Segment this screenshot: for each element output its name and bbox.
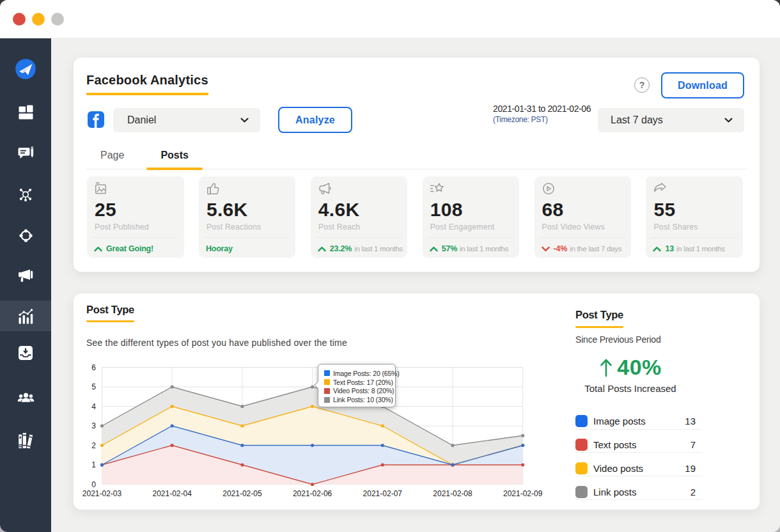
legend-row-text-posts: Text posts 7	[575, 438, 701, 453]
post-type-summary: Post Type Since Previous Period 40% Tota…	[575, 293, 701, 510]
maximize-button[interactable]	[51, 13, 64, 26]
video-posts-swatch	[575, 462, 588, 474]
stat-card-post-published: 25 Post Published Great Going!	[87, 176, 184, 258]
stat-card-post-engagement: 108 Post Engagement 57% in last 1 months	[423, 176, 520, 258]
summary-legend: Image posts 13 Text posts 7 Video posts …	[575, 414, 701, 508]
stat-trend: 13 in last 1 months	[653, 244, 742, 254]
help-question-mark: ?	[639, 80, 645, 90]
close-button[interactable]	[13, 13, 26, 26]
stat-card-post-reactions: 5.6K Post Reactions Hooray	[199, 176, 296, 258]
sidebar-item-campaigns[interactable]	[0, 260, 51, 290]
trend-suffix: in last 1 months	[354, 245, 403, 253]
svg-text:2021-02-08: 2021-02-08	[433, 489, 472, 498]
svg-text:4: 4	[91, 402, 96, 411]
link-posts-swatch	[324, 397, 330, 403]
tooltip-row: Text Posts: 17 (20%)	[324, 378, 395, 387]
sidebar-item-dashboard[interactable]	[0, 97, 51, 127]
stat-value: 55	[653, 200, 675, 219]
app-window: Facebook Analytics ? Download Daniel Ana…	[0, 0, 780, 532]
legend-value: 2	[690, 487, 701, 497]
window-titlebar	[0, 0, 780, 38]
sidebar-item-groups[interactable]	[0, 220, 51, 251]
stat-trend: Hooray	[206, 244, 295, 254]
trend-up-icon	[94, 246, 102, 252]
stat-trend: 57% in last 1 months	[430, 244, 519, 254]
legend-row-image-posts: Image posts 13	[575, 414, 701, 430]
svg-text:2: 2	[91, 441, 96, 450]
trend-highlight: Great Going!	[106, 244, 153, 253]
image-post-icon	[95, 182, 107, 197]
main-content: Facebook Analytics ? Download Daniel Ana…	[51, 38, 780, 532]
stat-label: Post Video Views	[542, 223, 605, 231]
divider	[92, 237, 178, 238]
stat-trend: -4% in the last 7 days	[542, 244, 630, 254]
legend-label: Text posts	[593, 439, 690, 450]
page-title: Facebook Analytics	[86, 72, 208, 95]
divider	[651, 237, 737, 238]
link-posts-swatch	[575, 486, 588, 498]
divider	[316, 237, 402, 238]
chat-pencil-icon	[18, 146, 34, 161]
ring-nodes-icon	[18, 228, 34, 244]
tab-posts[interactable]: Posts	[146, 146, 203, 169]
stat-card-post-reach: 4.6K Post Reach 23.2% in last 1 months	[311, 176, 408, 258]
help-button[interactable]: ?	[634, 77, 650, 93]
svg-text:2021-02-04: 2021-02-04	[153, 489, 192, 498]
tooltip-text: Link Posts: 10 (30%)	[333, 396, 393, 403]
stat-value: 5.6K	[207, 200, 248, 219]
video-posts-swatch	[324, 388, 330, 394]
legend-value: 7	[690, 439, 701, 450]
stat-cards: 25 Post Published Great Going! 5.6K Post…	[87, 176, 743, 258]
svg-text:2021-02-06: 2021-02-06	[293, 489, 332, 498]
facebook-icon	[88, 111, 104, 128]
sidebar-item-posts[interactable]	[0, 138, 51, 169]
paper-plane-logo-icon	[15, 58, 36, 80]
sidebar-item-team[interactable]	[0, 383, 51, 414]
text-posts-swatch	[324, 379, 330, 385]
sidebar-logo[interactable]	[0, 54, 51, 84]
timezone-text: (Timezone: PST)	[493, 114, 591, 125]
svg-text:3: 3	[91, 421, 96, 430]
sidebar-item-library[interactable]	[0, 425, 51, 456]
stat-value: 25	[95, 200, 116, 219]
trend-down-icon	[542, 246, 550, 252]
download-button[interactable]: Download	[661, 72, 744, 98]
tab-page[interactable]: Page	[86, 146, 138, 169]
minimize-button[interactable]	[32, 13, 45, 26]
legend-value: 13	[685, 416, 701, 426]
analyze-button[interactable]: Analyze	[278, 107, 352, 133]
trend-suffix: in last 1 months	[676, 245, 725, 253]
megaphone-outline-icon	[318, 182, 332, 198]
analytics-header-panel: Facebook Analytics ? Download Daniel Ana…	[74, 58, 760, 272]
team-icon	[17, 393, 35, 404]
thumbs-up-icon	[207, 182, 219, 198]
trend-up-icon	[653, 246, 661, 252]
legend-row-video-posts: Video posts 19	[575, 462, 701, 477]
account-select[interactable]: Daniel	[113, 108, 260, 132]
post-type-panel: Post Type See the different types of pos…	[74, 293, 760, 510]
sidebar-item-inbox[interactable]	[0, 338, 51, 368]
summary-title: Post Type	[575, 309, 623, 328]
sidebar	[0, 38, 51, 532]
legend-label: Video posts	[593, 463, 685, 474]
summary-since-label: Since Previous Period	[575, 334, 701, 345]
tooltip-row: Link Posts: 10 (30%)	[324, 395, 395, 404]
summary-percent: 40%	[575, 355, 685, 380]
tooltip-text: Text Posts: 17 (20%)	[333, 379, 393, 386]
svg-text:2021-02-07: 2021-02-07	[363, 489, 403, 498]
sidebar-item-network[interactable]	[0, 179, 51, 210]
stat-label: Post Reactions	[207, 223, 261, 231]
stat-value: 108	[430, 200, 463, 219]
chevron-down-icon	[240, 118, 249, 123]
tooltip-row: Image Posts: 20 (65%)	[324, 369, 395, 378]
trend-suffix: in last 1 months	[460, 245, 508, 253]
summary-percent-value: 40%	[617, 355, 662, 379]
stat-label: Post Published	[95, 223, 149, 231]
svg-text:6: 6	[91, 363, 96, 372]
inbox-icon	[18, 345, 33, 361]
sidebar-item-analytics[interactable]	[0, 301, 51, 331]
image-posts-swatch	[324, 370, 330, 376]
trend-highlight: Hooray	[206, 244, 233, 253]
divider	[204, 237, 290, 238]
period-select[interactable]: Last 7 days	[598, 108, 744, 132]
